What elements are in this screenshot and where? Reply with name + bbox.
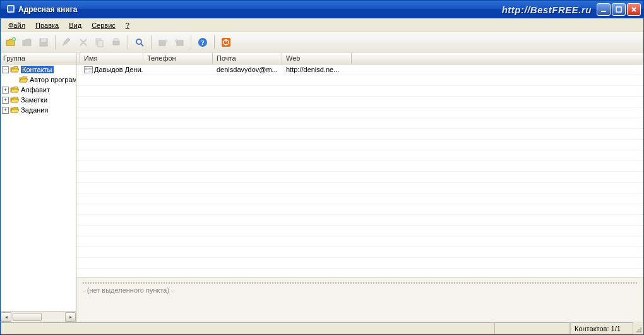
maximize-button[interactable]: [612, 3, 626, 16]
tree-item-label: Автор программы: [30, 76, 76, 83]
expand-icon[interactable]: +: [2, 97, 9, 104]
print-button[interactable]: [109, 35, 124, 50]
tree-item[interactable]: +Заметки: [1, 95, 76, 105]
status-main: [1, 322, 494, 334]
tree-hscroll[interactable]: ◂ ▸: [1, 311, 76, 322]
svg-point-21: [640, 329, 641, 331]
table-row-empty: [76, 269, 643, 277]
table-row-empty: [76, 183, 643, 193]
export-button[interactable]: [155, 35, 170, 50]
table-row-empty: [76, 215, 643, 226]
svg-point-11: [136, 39, 141, 44]
tree-item[interactable]: Автор программы: [1, 75, 76, 85]
table-header: Имя Телефон Почта Web: [76, 53, 643, 64]
expand-icon[interactable]: +: [2, 87, 9, 94]
menu-edit[interactable]: Правка: [32, 20, 63, 30]
svg-point-18: [640, 331, 641, 332]
table-row-empty: [76, 236, 643, 247]
table-row-empty: [76, 193, 643, 204]
svg-rect-3: [616, 7, 621, 12]
table-row[interactable]: Давыдов Дени...denisdavydov@m...http://d…: [76, 64, 643, 75]
table-row-empty: [76, 75, 643, 86]
titlebar: Адресная книга http://BestFREE.ru: [1, 1, 643, 18]
table-row-empty: [76, 118, 643, 129]
copy-button[interactable]: [92, 35, 107, 50]
table-row-empty: [76, 129, 643, 140]
table-row-empty: [76, 97, 643, 107]
new-contact-button[interactable]: [3, 35, 18, 50]
expand-icon[interactable]: +: [2, 107, 9, 114]
window-title: Адресная книга: [18, 5, 77, 14]
menu-help[interactable]: ?: [122, 20, 133, 30]
cell-name: Давыдов Дени...: [94, 66, 143, 73]
tree-item-label: Контакты: [21, 66, 54, 73]
collapse-icon[interactable]: −: [2, 66, 9, 73]
save-button[interactable]: [36, 35, 51, 50]
table-row-empty: [76, 258, 643, 269]
col-name[interactable]: Имя: [80, 53, 143, 64]
minimize-button[interactable]: [597, 3, 611, 16]
scroll-thumb[interactable]: [13, 313, 42, 321]
watermark: http://BestFREE.ru: [502, 4, 592, 15]
tree-item-label: Задания: [21, 106, 48, 114]
cell-web: http://denisd.ne...: [282, 65, 352, 74]
find-button[interactable]: [132, 35, 147, 50]
power-button[interactable]: [218, 35, 234, 50]
contact-table: Имя Телефон Почта Web Давыдов Дени...den…: [76, 53, 643, 277]
tree-item[interactable]: +Задания: [1, 105, 76, 115]
tree-item[interactable]: −Контакты: [1, 64, 76, 75]
delete-button[interactable]: [76, 35, 91, 50]
app-icon: [6, 4, 16, 15]
svg-rect-8: [98, 40, 103, 47]
svg-rect-13: [177, 40, 183, 46]
svg-rect-12: [159, 40, 165, 46]
col-web[interactable]: Web: [282, 53, 352, 64]
resize-grip[interactable]: [633, 322, 643, 334]
detail-empty-text: - (нет выделенного пункта) -: [83, 286, 637, 294]
svg-rect-10: [114, 39, 118, 41]
close-button[interactable]: [627, 3, 641, 16]
edit-button[interactable]: [59, 35, 75, 50]
tree-pane: Группа −КонтактыАвтор программы+Алфавит+…: [1, 53, 76, 322]
help-button[interactable]: ?: [195, 35, 210, 50]
table-row-empty: [76, 247, 643, 258]
table-row-empty: [76, 107, 643, 118]
tree-item[interactable]: +Алфавит: [1, 85, 76, 95]
status-mid: [494, 322, 570, 334]
import-button[interactable]: [172, 35, 187, 50]
svg-rect-6: [41, 39, 46, 42]
svg-point-19: [638, 331, 640, 332]
status-contacts: Контактов: 1/1: [570, 322, 633, 334]
svg-rect-2: [601, 11, 606, 12]
table-row-empty: [76, 86, 643, 97]
menu-view[interactable]: Вид: [65, 20, 85, 30]
table-row-empty: [76, 172, 643, 183]
svg-point-23: [640, 327, 641, 329]
tree-header[interactable]: Группа: [1, 53, 76, 64]
table-row-empty: [76, 140, 643, 150]
scroll-right-icon[interactable]: ▸: [65, 312, 76, 322]
table-row-empty: [76, 204, 643, 215]
scroll-left-icon[interactable]: ◂: [1, 312, 11, 322]
tree-item-label: Алфавит: [21, 86, 50, 94]
open-button[interactable]: [20, 35, 35, 50]
contact-icon: [84, 66, 93, 73]
menu-tools[interactable]: Сервис: [88, 20, 119, 30]
tree-item-label: Заметки: [21, 96, 47, 104]
menu-file[interactable]: Файл: [4, 20, 29, 30]
cell-mail: denisdavydov@m...: [213, 65, 282, 74]
table-row-empty: [76, 226, 643, 236]
tree: −КонтактыАвтор программы+Алфавит+Заметки…: [1, 64, 76, 311]
col-mail[interactable]: Почта: [213, 53, 282, 64]
statusbar: Контактов: 1/1: [1, 322, 643, 334]
svg-rect-9: [113, 41, 119, 45]
svg-point-20: [636, 331, 638, 332]
menubar: Файл Правка Вид Сервис ?: [1, 18, 643, 32]
col-rest: [352, 53, 643, 64]
col-phone[interactable]: Телефон: [143, 53, 213, 64]
detail-splitter[interactable]: [83, 282, 637, 284]
detail-pane: - (нет выделенного пункта) -: [76, 277, 643, 322]
toolbar: ?: [1, 32, 643, 52]
table-row-empty: [76, 161, 643, 172]
svg-text:?: ?: [201, 39, 205, 46]
